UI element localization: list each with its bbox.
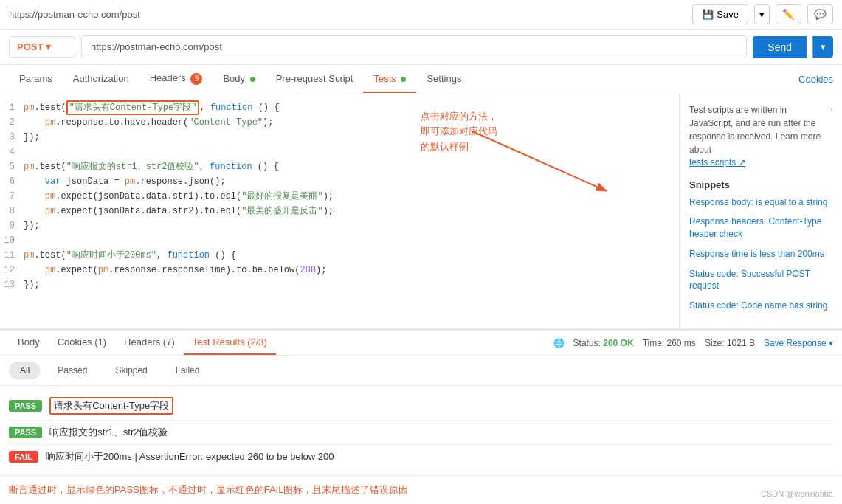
test-name-2: 响应报文的str1、str2值校验 bbox=[49, 426, 168, 439]
sidebar-description: Test scripts are written in JavaScript, … bbox=[689, 103, 833, 156]
method-select[interactable]: POST ▾ bbox=[9, 36, 75, 58]
sidebar-expand-icon[interactable]: › bbox=[830, 103, 833, 114]
badge-pass-1: PASS bbox=[9, 400, 42, 412]
save-icon: 💾 bbox=[702, 9, 714, 20]
test-row-2: PASS 响应报文的str1、str2值校验 bbox=[9, 421, 833, 445]
method-chevron: ▾ bbox=[46, 41, 51, 52]
code-line-1: 1 pm.test("请求头有Content-Type字段", function… bbox=[0, 100, 679, 115]
top-bar: https://postman-echo.com/post 💾 Save ▾ ✏… bbox=[0, 0, 842, 30]
headers-badge: 9 bbox=[190, 73, 202, 85]
filter-all[interactable]: All bbox=[9, 362, 41, 379]
tab-prerequest[interactable]: Pre-request Script bbox=[266, 66, 364, 93]
snippet-3[interactable]: Response time is less than 200ms bbox=[689, 248, 833, 260]
filter-tabs: All Passed Skipped Failed bbox=[0, 356, 842, 386]
code-editor[interactable]: 1 pm.test("请求头有Content-Type字段", function… bbox=[0, 94, 679, 329]
filter-skipped[interactable]: Skipped bbox=[104, 362, 158, 379]
code-line-12: 12 pm.expect(pm.response.responseTime).t… bbox=[0, 263, 679, 277]
time-value: 260 ms bbox=[667, 338, 696, 348]
badge-pass-2: PASS bbox=[9, 427, 42, 438]
test-results-list: PASS 请求头有Content-Type字段 PASS 响应报文的str1、s… bbox=[0, 386, 842, 475]
save-button[interactable]: 💾 Save bbox=[692, 4, 748, 24]
test-name-1: 请求头有Content-Type字段 bbox=[49, 397, 173, 415]
comment-icon-button[interactable]: 💬 bbox=[807, 4, 833, 24]
code-line-13: 13 }); bbox=[0, 277, 679, 292]
test-name-3: 响应时间小于200ms | AssertionError: expected 2… bbox=[46, 450, 334, 463]
send-dropdown-button[interactable]: ▾ bbox=[812, 36, 833, 58]
tests-dot bbox=[401, 77, 406, 82]
code-editor-area: 1 pm.test("请求头有Content-Type字段", function… bbox=[0, 94, 680, 329]
code-line-7: 7 pm.expect(jsonData.data.str1).to.eql("… bbox=[0, 189, 679, 204]
snippet-4[interactable]: Status code: Successful POST request bbox=[689, 268, 833, 293]
tab-params[interactable]: Params bbox=[9, 66, 63, 93]
code-line-9: 9 }); bbox=[0, 218, 679, 233]
tab-settings[interactable]: Settings bbox=[416, 66, 472, 93]
code-line-5: 5 pm.test("响应报文的str1、str2值校验", function … bbox=[0, 159, 679, 174]
response-tabs: Body Cookies (1) Headers (7) Test Result… bbox=[0, 330, 842, 356]
size-label: Size: 1021 B bbox=[705, 338, 755, 348]
snippet-2[interactable]: Response headers: Content-Type header ch… bbox=[689, 215, 833, 241]
code-line-10: 10 bbox=[0, 233, 679, 248]
response-tab-cookies[interactable]: Cookies (1) bbox=[49, 331, 115, 355]
edit-icon-button[interactable]: ✏️ bbox=[776, 4, 801, 24]
url-input[interactable] bbox=[81, 35, 747, 58]
tests-scripts-link[interactable]: tests scripts ↗ bbox=[689, 157, 746, 168]
request-tabs: Params Authorization Headers 9 Body Pre-… bbox=[0, 65, 842, 94]
request-bar: POST ▾ Send ▾ bbox=[0, 30, 842, 65]
badge-fail-1: FAIL bbox=[9, 451, 38, 463]
right-sidebar: › Test scripts are written in JavaScript… bbox=[680, 94, 842, 329]
watermark: CSDN @wenxiaoba bbox=[761, 489, 833, 498]
status-label: Status: 200 OK bbox=[573, 338, 634, 348]
tab-headers[interactable]: Headers 9 bbox=[139, 65, 213, 94]
test-row-1: PASS 请求头有Content-Type字段 bbox=[9, 392, 833, 421]
test-row-3: FAIL 响应时间小于200ms | AssertionError: expec… bbox=[9, 445, 833, 469]
snippet-5[interactable]: Status code: Code name has string bbox=[689, 300, 833, 312]
top-bar-actions: 💾 Save ▾ ✏️ 💬 bbox=[692, 4, 833, 24]
code-line-6: 6 var jsonData = pm.response.json(); bbox=[0, 174, 679, 189]
bottom-note: 断言通过时，显示绿色的PASS图标，不通过时，显示红色的FAIL图标，且末尾描述… bbox=[0, 475, 842, 504]
code-line-11: 11 pm.test("响应时间小于200ms", function () { bbox=[0, 248, 679, 263]
snippets-title: Snippets bbox=[689, 179, 833, 190]
response-tab-body[interactable]: Body bbox=[9, 331, 49, 355]
cookies-link[interactable]: Cookies bbox=[798, 74, 833, 85]
filter-passed[interactable]: Passed bbox=[46, 362, 98, 379]
globe-icon: 🌐 bbox=[553, 338, 565, 348]
filter-failed[interactable]: Failed bbox=[165, 362, 211, 379]
response-tab-headers[interactable]: Headers (7) bbox=[115, 331, 184, 355]
response-status-bar: 🌐 Status: 200 OK Time: 260 ms Size: 1021… bbox=[553, 338, 833, 348]
response-section: Body Cookies (1) Headers (7) Test Result… bbox=[0, 328, 842, 475]
code-line-8: 8 pm.expect(jsonData.data.str2).to.eql("… bbox=[0, 204, 679, 218]
window-url: https://postman-echo.com/post bbox=[9, 9, 692, 20]
tab-body[interactable]: Body bbox=[213, 66, 265, 93]
code-line-3: 3 }); bbox=[0, 130, 679, 145]
code-line-4: 4 bbox=[0, 145, 679, 159]
body-dot bbox=[250, 77, 255, 82]
save-response-button[interactable]: Save Response ▾ bbox=[764, 338, 833, 348]
response-tab-testresults[interactable]: Test Results (2/3) bbox=[184, 331, 276, 355]
tab-authorization[interactable]: Authorization bbox=[63, 66, 139, 93]
method-label: POST bbox=[17, 41, 43, 52]
tab-tests[interactable]: Tests bbox=[363, 66, 416, 93]
status-value: 200 OK bbox=[603, 338, 633, 348]
save-dropdown-button[interactable]: ▾ bbox=[754, 4, 770, 24]
send-button[interactable]: Send bbox=[753, 36, 807, 58]
time-label: Time: 260 ms bbox=[643, 338, 696, 348]
code-line-2: 2 pm.response.to.have.header("Content-Ty… bbox=[0, 115, 679, 130]
snippet-1[interactable]: Response body: is equal to a string bbox=[689, 196, 833, 209]
size-value: 1021 B bbox=[727, 338, 755, 348]
